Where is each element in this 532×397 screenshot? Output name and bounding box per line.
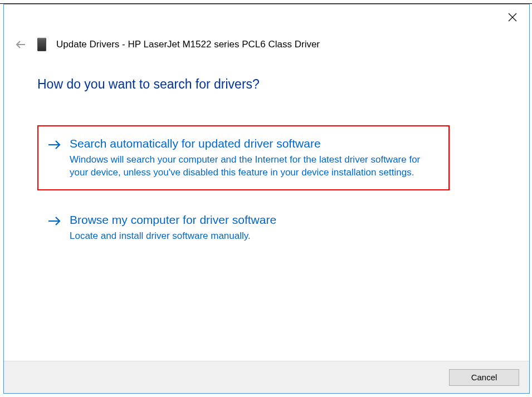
close-button[interactable] [501, 9, 524, 26]
frame-top-edge [0, 0, 532, 4]
arrow-right-icon [47, 139, 62, 153]
device-icon [37, 38, 46, 51]
page-heading: How do you want to search for drivers? [37, 77, 496, 92]
option-title: Browse my computer for driver software [70, 213, 437, 227]
option-text: Browse my computer for driver software L… [70, 213, 437, 243]
option-title: Search automatically for updated driver … [70, 136, 437, 150]
option-text: Search automatically for updated driver … [70, 136, 437, 179]
dialog-title: Update Drivers - HP LaserJet M1522 serie… [56, 39, 320, 50]
option-search-automatically[interactable]: Search automatically for updated driver … [37, 125, 450, 190]
option-description: Windows will search your computer and th… [70, 154, 437, 179]
dialog-content: How do you want to search for drivers? S… [37, 77, 496, 265]
arrow-right-icon [47, 215, 62, 229]
dialog-header: Update Drivers - HP LaserJet M1522 serie… [14, 38, 519, 51]
cancel-button[interactable]: Cancel [449, 369, 519, 386]
option-description: Locate and install driver software manua… [70, 230, 437, 243]
option-browse-computer[interactable]: Browse my computer for driver software L… [37, 202, 450, 254]
back-button[interactable] [14, 38, 27, 51]
arrow-left-icon [15, 39, 26, 50]
dialog-footer: Cancel [4, 361, 529, 393]
close-icon [508, 13, 517, 22]
update-drivers-dialog: Update Drivers - HP LaserJet M1522 serie… [3, 4, 530, 394]
cancel-button-label: Cancel [471, 373, 497, 382]
